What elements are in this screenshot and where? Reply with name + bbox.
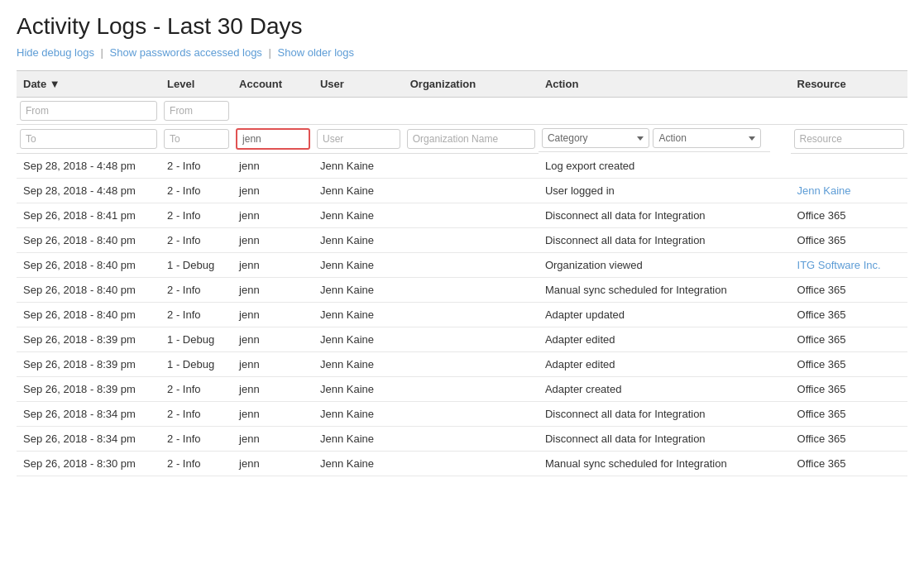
cell-account: jenn	[232, 377, 314, 402]
account-filter-input[interactable]	[236, 128, 310, 150]
level-to-input[interactable]	[164, 129, 229, 149]
cell-resource: Office 365	[791, 352, 907, 377]
col-header-organization[interactable]: Organization	[404, 71, 539, 98]
cell-user: Jenn Kaine	[314, 154, 404, 179]
table-header-row: Date ▼ Level Account User Organization A…	[17, 71, 907, 98]
org-filter-cell	[404, 125, 539, 154]
col-header-action[interactable]: Action	[539, 71, 791, 98]
log-links: Hide debug logs | Show passwords accesse…	[17, 46, 907, 59]
cell-level: 1 - Debug	[160, 352, 232, 377]
col-header-user[interactable]: User	[314, 71, 404, 98]
show-older-link[interactable]: Show older logs	[278, 46, 355, 59]
cell-user: Jenn Kaine	[314, 327, 404, 352]
cell-account: jenn	[232, 402, 314, 427]
cell-resource: Office 365	[791, 452, 907, 476]
cell-org	[404, 228, 539, 253]
cell-account: jenn	[232, 228, 314, 253]
cell-account: jenn	[232, 203, 314, 228]
table-row: Sep 26, 2018 - 8:40 pm 2 - Info jenn Jen…	[17, 278, 907, 303]
cell-date: Sep 26, 2018 - 8:30 pm	[17, 452, 160, 476]
table-row: Sep 26, 2018 - 8:40 pm 1 - Debug jenn Je…	[17, 253, 907, 278]
resource-filter-input[interactable]	[794, 129, 904, 149]
cell-level: 2 - Info	[160, 228, 232, 253]
user-filter-cell	[314, 125, 404, 154]
date-from-input[interactable]	[20, 101, 157, 121]
resource-value: Office 365	[797, 433, 846, 445]
cell-level: 2 - Info	[160, 154, 232, 179]
cell-resource: ITG Software Inc.	[791, 253, 907, 278]
date-from-filter-row	[17, 98, 907, 125]
resource-value: Office 365	[797, 284, 846, 296]
org-filter-input[interactable]	[407, 129, 535, 149]
cell-date: Sep 26, 2018 - 8:34 pm	[17, 427, 160, 452]
user-filter-input[interactable]	[317, 129, 400, 149]
cell-date: Sep 26, 2018 - 8:39 pm	[17, 327, 160, 352]
cell-date: Sep 28, 2018 - 4:48 pm	[17, 154, 160, 179]
cell-resource: Office 365	[791, 278, 907, 303]
action-filter-select[interactable]: Action	[653, 128, 761, 148]
table-row: Sep 26, 2018 - 8:39 pm 1 - Debug jenn Je…	[17, 352, 907, 377]
cell-org	[404, 327, 539, 352]
cell-action: User logged in	[539, 179, 791, 203]
cell-account: jenn	[232, 278, 314, 303]
table-row: Sep 26, 2018 - 8:40 pm 2 - Info jenn Jen…	[17, 228, 907, 253]
cell-org	[404, 203, 539, 228]
cell-org	[404, 303, 539, 327]
cell-user: Jenn Kaine	[314, 377, 404, 402]
action-filter-cell: Category Action	[539, 125, 770, 152]
cell-user: Jenn Kaine	[314, 253, 404, 278]
cell-resource: Office 365	[791, 303, 907, 327]
cell-level: 2 - Info	[160, 402, 232, 427]
level-from-input[interactable]	[164, 101, 229, 121]
resource-value: Office 365	[797, 358, 846, 370]
activity-logs-table: Date ▼ Level Account User Organization A…	[17, 70, 907, 476]
table-row: Sep 26, 2018 - 8:39 pm 2 - Info jenn Jen…	[17, 377, 907, 402]
cell-org	[404, 402, 539, 427]
show-passwords-link[interactable]: Show passwords accessed logs	[110, 46, 262, 59]
resource-value: Office 365	[797, 234, 846, 246]
cell-action: Disconnect all data for Integration	[539, 228, 791, 253]
col-header-date[interactable]: Date ▼	[17, 71, 160, 98]
cell-resource: Jenn Kaine	[791, 179, 907, 203]
resource-value: Office 365	[797, 408, 846, 420]
cell-account: jenn	[232, 452, 314, 476]
cell-action: Manual sync scheduled for Integration	[539, 278, 791, 303]
resource-link[interactable]: Jenn Kaine	[797, 184, 851, 197]
page-title: Activity Logs - Last 30 Days	[17, 13, 907, 40]
category-filter-select[interactable]: Category	[542, 128, 650, 148]
separator-2: |	[269, 46, 271, 59]
cell-action: Adapter created	[539, 377, 791, 402]
cell-org	[404, 154, 539, 179]
cell-user: Jenn Kaine	[314, 303, 404, 327]
cell-org	[404, 253, 539, 278]
cell-user: Jenn Kaine	[314, 427, 404, 452]
table-body: Sep 28, 2018 - 4:48 pm 2 - Info jenn Jen…	[17, 154, 907, 476]
cell-resource: Office 365	[791, 427, 907, 452]
cell-resource: Office 365	[791, 228, 907, 253]
cell-resource	[791, 154, 907, 179]
date-to-cell	[17, 125, 160, 154]
cell-user: Jenn Kaine	[314, 179, 404, 203]
cell-user: Jenn Kaine	[314, 228, 404, 253]
cell-account: jenn	[232, 179, 314, 203]
date-to-input[interactable]	[20, 129, 157, 149]
cell-level: 2 - Info	[160, 452, 232, 476]
col-header-resource[interactable]: Resource	[791, 71, 907, 98]
cell-level: 1 - Debug	[160, 327, 232, 352]
level-to-cell	[160, 125, 232, 154]
cell-action: Log export created	[539, 154, 791, 179]
cell-user: Jenn Kaine	[314, 203, 404, 228]
table-row: Sep 26, 2018 - 8:41 pm 2 - Info jenn Jen…	[17, 203, 907, 228]
table-row: Sep 26, 2018 - 8:34 pm 2 - Info jenn Jen…	[17, 427, 907, 452]
cell-level: 2 - Info	[160, 303, 232, 327]
col-header-level[interactable]: Level	[160, 71, 232, 98]
account-filter-cell	[232, 125, 314, 154]
col-header-account[interactable]: Account	[232, 71, 314, 98]
cell-org	[404, 377, 539, 402]
resource-value: Office 365	[797, 457, 846, 470]
resource-link[interactable]: ITG Software Inc.	[797, 259, 881, 271]
cell-level: 1 - Debug	[160, 253, 232, 278]
hide-debug-link[interactable]: Hide debug logs	[17, 46, 94, 59]
cell-resource: Office 365	[791, 203, 907, 228]
cell-action: Organization viewed	[539, 253, 791, 278]
